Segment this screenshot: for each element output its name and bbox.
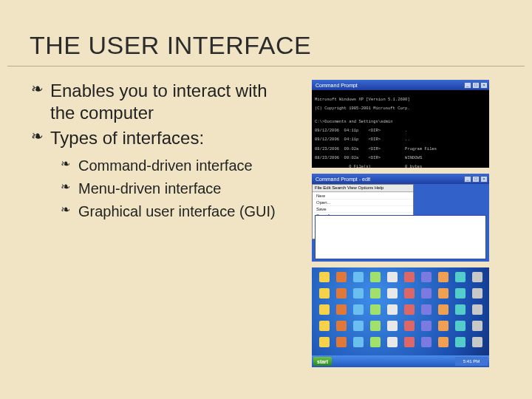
clock-label: 5:41 PM (463, 359, 480, 364)
start-label: start (317, 359, 328, 364)
menu-item: Open... (313, 199, 413, 205)
menubar: File Edit Search View Options Help (313, 185, 413, 192)
terminal-line: 09/12/2006 04:11p <DIR> .. (315, 137, 486, 142)
sub-bullet-item: Graphical user interface (GUI) (61, 202, 282, 221)
bullet-item: Enables you to interact with the compute… (31, 80, 282, 124)
menu-item: New (313, 192, 413, 199)
bullet-text: Enables you to interact with the compute… (50, 81, 267, 123)
desktop-icon (404, 337, 415, 347)
desktop-icon (387, 321, 398, 331)
bullet-item: Types of interfaces: Command-driven inte… (31, 127, 282, 221)
text-column: Enables you to interact with the compute… (31, 80, 282, 367)
desktop-icon (353, 337, 364, 347)
desktop-icon (438, 288, 449, 299)
sub-bullet-item: Command-driven interface (61, 157, 282, 175)
desktop-icon (421, 321, 432, 331)
desktop-icon (472, 304, 482, 315)
sub-bullet-text: Graphical user interface (GUI) (78, 203, 276, 219)
window-title: Command Prompt (313, 83, 358, 88)
desktop-icon (336, 321, 347, 331)
taskbar: start 5:41 PM (312, 355, 489, 367)
desktop-icon (455, 337, 466, 347)
desktop-icon (336, 288, 347, 299)
desktop-icon (472, 321, 482, 331)
gui-desktop-thumbnail: start 5:41 PM (312, 267, 489, 367)
window-controls: _ □ × (464, 176, 488, 183)
desktop-icon (421, 288, 432, 299)
terminal-line: 09/12/2006 04:11p <DIR> . (315, 129, 486, 133)
desktop-icon (336, 337, 347, 347)
sub-bullet-text: Menu-driven interface (78, 180, 221, 197)
terminal-body: Microsoft Windows XP [Version 5.1.2600] … (312, 90, 489, 168)
desktop-icon (387, 288, 398, 299)
bullet-list: Enables you to interact with the compute… (31, 80, 282, 221)
desktop-icon (438, 337, 449, 347)
desktop-icon (336, 304, 347, 315)
window-controls: _ □ × (464, 82, 488, 89)
desktop-icon (319, 272, 330, 282)
desktop-icon (404, 288, 415, 299)
menu-driven-thumbnail: Command Prompt - edit _ □ × File Edit Se… (312, 174, 489, 262)
desktop-icon (455, 288, 466, 299)
desktop-icon (353, 272, 364, 282)
desktop-icon (472, 272, 482, 282)
desktop-icon (336, 272, 347, 282)
desktop-icon (370, 272, 381, 282)
edit-body: File Edit Search View Options Help New O… (312, 184, 489, 262)
desktop-icon (438, 272, 449, 282)
desktop-icon (472, 288, 482, 299)
desktop-icon (319, 321, 330, 331)
terminal-line: C:\>Documents and Settings\admin (315, 120, 486, 124)
sub-bullet-list: Command-driven interface Menu-driven int… (61, 157, 282, 221)
desktop-icon (404, 272, 415, 282)
titlebar: Command Prompt - edit _ □ × (312, 174, 489, 184)
desktop-icon (404, 304, 415, 315)
minimize-icon: _ (464, 82, 471, 89)
desktop-icon (353, 321, 364, 331)
slide-title: THE USER INTERFACE (30, 31, 502, 60)
sub-bullet-item: Menu-driven interface (61, 180, 282, 198)
desktop-icon (387, 304, 398, 315)
terminal-line: 08/23/2006 09:02a <DIR> WINDOWS (315, 156, 486, 160)
system-tray: 5:41 PM (455, 357, 488, 366)
maximize-icon: □ (472, 82, 480, 89)
command-prompt-thumbnail: Command Prompt _ □ × Microsoft Windows X… (312, 80, 489, 168)
desktop-icon (370, 321, 381, 331)
terminal-line: 08/23/2006 09:02a <DIR> Program Files (315, 147, 486, 151)
image-column: Command Prompt _ □ × Microsoft Windows X… (282, 80, 514, 367)
terminal-line: 0 File(s) 0 bytes (315, 165, 486, 168)
close-icon: × (480, 176, 488, 183)
desktop-icon (370, 337, 381, 347)
desktop-icon (387, 272, 398, 282)
editor-canvas (315, 215, 486, 259)
bullet-text: Types of interfaces: (50, 128, 204, 148)
minimize-icon: _ (464, 176, 471, 183)
desktop-icon (455, 272, 466, 282)
desktop-icon (353, 288, 364, 299)
title-divider: THE USER INTERFACE (7, 0, 525, 66)
desktop-icon (455, 304, 466, 315)
titlebar: Command Prompt _ □ × (312, 80, 489, 90)
desktop-icon (455, 321, 466, 331)
desktop-icon (319, 304, 330, 315)
menu-item: Save (313, 205, 413, 212)
desktop-icon (421, 272, 432, 282)
desktop-icon (353, 304, 364, 315)
desktop-icon (404, 321, 415, 331)
desktop-icon (421, 337, 432, 347)
sub-bullet-text: Command-driven interface (78, 157, 253, 174)
terminal-line: (C) Copyright 1985-2001 Microsoft Corp. (315, 106, 486, 111)
desktop-icon (472, 337, 482, 347)
maximize-icon: □ (472, 176, 480, 183)
desktop-icon (421, 304, 432, 315)
terminal-line: Microsoft Windows XP [Version 5.1.2600] (315, 98, 486, 102)
desktop-icon (387, 337, 398, 347)
desktop-icon (319, 288, 330, 299)
content-row: Enables you to interact with the compute… (0, 66, 532, 367)
window-title: Command Prompt - edit (313, 177, 370, 182)
desktop-icon (319, 337, 330, 347)
desktop-icon (438, 321, 449, 331)
desktop-icon (438, 304, 449, 315)
start-button: start (313, 357, 332, 366)
close-icon: × (480, 82, 488, 89)
